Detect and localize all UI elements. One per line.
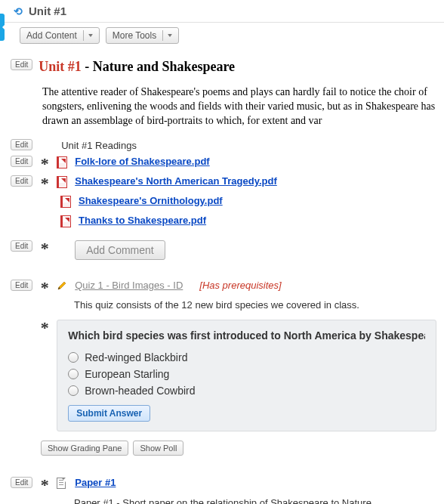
star-icon: * — [39, 175, 51, 189]
radio-icon[interactable] — [68, 369, 79, 379]
add-content-label: Add Content — [26, 30, 77, 41]
page-header: ⟲ Unit #1 — [0, 5, 444, 23]
more-tools-button[interactable]: More Tools — [106, 27, 179, 44]
edit-button[interactable]: Edit — [11, 280, 32, 291]
option-label: Brown-headed Cowbird — [85, 385, 195, 397]
quiz-link[interactable]: Quiz 1 - Bird Images - ID — [75, 280, 183, 291]
readings-label: Unit #1 Readings — [61, 139, 137, 151]
edit-button[interactable]: Edit — [11, 139, 32, 150]
star-icon: * — [39, 280, 51, 293]
show-poll-button[interactable]: Show Poll — [133, 441, 183, 456]
quiz-description: This quiz consists of the 12 new bird sp… — [0, 296, 444, 317]
more-tools-label: More Tools — [113, 30, 156, 41]
pdf-icon — [57, 156, 67, 169]
submit-answer-button[interactable]: Submit Answer — [68, 405, 150, 422]
pdf-icon — [60, 196, 71, 208]
question-option[interactable]: Brown-headed Cowbird — [68, 382, 425, 399]
radio-icon[interactable] — [68, 352, 79, 363]
chevron-down-icon — [88, 34, 93, 40]
option-label: European Starling — [85, 368, 169, 380]
question-prompt: Which bird species was first introduced … — [68, 329, 425, 342]
star-icon: * — [39, 320, 51, 333]
reading-link[interactable]: Thanks to Shakespeare.pdf — [79, 215, 206, 226]
edit-button[interactable]: Edit — [11, 59, 32, 70]
question-option[interactable]: Red-winged Blackbird — [68, 349, 425, 366]
refresh-icon[interactable]: ⟲ — [14, 5, 23, 17]
intro-paragraph: The attentive reader of Shakespeare's po… — [0, 81, 444, 136]
star-icon: * — [39, 477, 51, 490]
toolbar: Add Content More Tools — [0, 27, 444, 51]
pencil-icon — [57, 280, 67, 291]
reading-link[interactable]: Folk-lore of Shakespeare.pdf — [75, 156, 209, 167]
question-option[interactable]: European Starling — [68, 366, 425, 382]
reading-link[interactable]: Shakespeare's North American Tragedy.pdf — [75, 175, 277, 187]
paper-description: Paper #1 - Short paper on the relationsh… — [0, 494, 444, 504]
paper-icon — [57, 478, 66, 489]
add-content-button[interactable]: Add Content — [20, 27, 100, 44]
radio-icon[interactable] — [68, 385, 79, 396]
add-comment-button[interactable]: Add Comment — [75, 240, 165, 260]
show-grading-button[interactable]: Show Grading Pane — [41, 441, 128, 456]
prereq-label: [Has prerequisites] — [199, 280, 281, 291]
edit-button[interactable]: Edit — [11, 240, 32, 252]
reading-link[interactable]: Shakespeare's Ornithology.pdf — [79, 195, 223, 206]
star-icon: * — [39, 156, 51, 169]
option-label: Red-winged Blackbird — [85, 351, 187, 363]
chevron-down-icon — [168, 34, 172, 40]
question-panel: Which bird species was first introduced … — [57, 320, 436, 431]
collapse-handle[interactable] — [0, 14, 5, 41]
page-title: Unit #1 — [29, 5, 66, 17]
pdf-icon — [60, 215, 71, 227]
edit-button[interactable]: Edit — [11, 477, 32, 488]
pdf-icon — [57, 176, 67, 188]
unit-heading: Unit #1 - Nature and Shakespeare — [39, 59, 436, 75]
edit-button[interactable]: Edit — [11, 175, 32, 187]
star-icon: * — [39, 240, 51, 254]
edit-button[interactable]: Edit — [11, 156, 32, 167]
paper-link[interactable]: Paper #1 — [75, 477, 116, 488]
